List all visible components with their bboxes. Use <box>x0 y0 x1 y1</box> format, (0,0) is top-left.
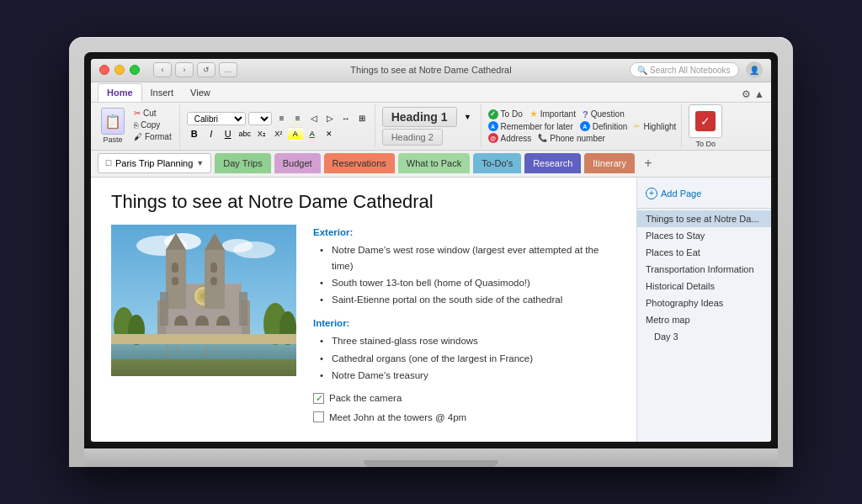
svg-rect-25 <box>239 292 247 326</box>
settings-icon[interactable]: ⚙ <box>742 88 751 100</box>
copy-button[interactable]: ⎘ Copy <box>131 119 174 130</box>
checkbox-checked-icon: ✓ <box>313 393 324 404</box>
todo-style-item[interactable]: ✓ To Do <box>488 109 523 119</box>
sidebar-page-historical[interactable]: Historical Details <box>637 278 771 294</box>
laptop-base <box>84 448 778 467</box>
svg-rect-24 <box>160 292 168 326</box>
underline-button[interactable]: U <box>221 127 236 141</box>
bold-button[interactable]: B <box>187 127 202 141</box>
headings-group: Heading 1 ▼ Heading 2 <box>377 104 482 148</box>
important-style-item[interactable]: ★ Important <box>529 109 576 119</box>
exterior-label: Exterior: <box>313 225 616 240</box>
checkbox-pack-camera[interactable]: ✓ Pack the camera <box>313 390 616 406</box>
phone-style-item[interactable]: 📞 Phone number <box>538 133 605 143</box>
sidebar-page-places-stay[interactable]: Places to Stay <box>637 227 771 244</box>
tab-home[interactable]: Home <box>98 83 142 102</box>
highlight-style-item[interactable]: ✏ Highlight <box>634 121 676 131</box>
italic-button[interactable]: I <box>204 127 219 141</box>
decrease-indent-button[interactable]: ◁ <box>306 112 322 125</box>
subscript-button[interactable]: X₂ <box>254 127 269 141</box>
phone-icon: 📞 <box>538 134 547 142</box>
tab-budget[interactable]: Budget <box>274 153 321 173</box>
close-button[interactable] <box>99 65 109 75</box>
font-color-button[interactable]: A <box>305 127 320 141</box>
list-numbers-button[interactable]: ≡ <box>290 112 306 125</box>
svg-rect-20 <box>172 263 178 273</box>
notebook-selector[interactable]: ☐ Paris Trip Planning ▼ <box>98 153 211 173</box>
collapse-ribbon-icon[interactable]: ▲ <box>754 88 764 100</box>
checkbox-meet-john[interactable]: Meet John at the towers @ 4pm <box>313 410 616 425</box>
clipboard-group: 📋 Paste ✂ Cut ⎘ Copy <box>96 104 180 148</box>
address-style-item[interactable]: @ Address <box>488 133 532 143</box>
more-button[interactable]: … <box>219 62 237 77</box>
increase-indent-button[interactable]: ▷ <box>322 112 338 125</box>
tab-view[interactable]: View <box>182 83 219 102</box>
screen-bezel: ‹ › ↺ … Things to see at Notre Dame Cath… <box>84 52 778 448</box>
notebook-bar: ☐ Paris Trip Planning ▼ Day Trips Budget… <box>91 151 771 178</box>
heading1-button[interactable]: Heading 1 <box>382 107 457 127</box>
svg-rect-21 <box>172 277 178 285</box>
user-icon-button[interactable]: 👤 <box>746 61 763 78</box>
address-dot: @ <box>488 133 498 143</box>
tab-day-trips[interactable]: Day Trips <box>215 153 270 173</box>
heading-expand-button[interactable]: ▼ <box>460 110 476 124</box>
add-page-button[interactable]: + Add Page <box>637 184 771 203</box>
traffic-lights <box>99 65 140 75</box>
notes-content: Exterior: Notre Dame's west rose window … <box>313 225 616 428</box>
todo-dot: ✓ <box>488 109 498 119</box>
definition-style-item[interactable]: A Definition <box>580 121 628 131</box>
sidebar-page-notre-dame[interactable]: Things to see at Notre Da... <box>637 210 771 227</box>
add-tab-button[interactable]: + <box>638 153 658 173</box>
right-sidebar: + Add Page Things to see at Notre Da... … <box>636 178 771 442</box>
heading2-button[interactable]: Heading 2 <box>382 129 443 146</box>
font-name-select[interactable]: Calibri <box>187 112 246 125</box>
sidebar-page-transportation[interactable]: Transportation Information <box>637 261 771 278</box>
content-area: Things to see at Notre Dame Cathedral <box>91 178 771 442</box>
title-bar-search: 🔍 Search All Notebooks 👤 <box>630 61 763 78</box>
search-box[interactable]: 🔍 Search All Notebooks <box>630 62 739 77</box>
remember-style-item[interactable]: A Remember for later <box>488 121 573 131</box>
notebook-checkbox-icon: ☐ <box>105 159 112 167</box>
todo-group: ✓ To Do <box>684 104 727 148</box>
format-button[interactable]: 🖌 Format <box>131 131 174 142</box>
rtl-button[interactable]: ↔ <box>338 112 354 125</box>
sidebar-page-metro[interactable]: Metro map <box>637 311 771 328</box>
list-item: South tower 13-ton bell (home of Quasimo… <box>320 274 616 291</box>
tab-reservations[interactable]: Reservations <box>324 153 395 173</box>
list-bullets-button[interactable]: ≡ <box>274 112 290 125</box>
clear-format-button[interactable]: ✕ <box>322 127 337 141</box>
minimize-button[interactable] <box>114 65 125 75</box>
list-item: Cathedral organs (one of the largest in … <box>320 350 616 367</box>
font-group: Calibri 11 ≡ ≡ ◁ <box>182 104 375 148</box>
important-star-icon: ★ <box>529 109 538 119</box>
interior-label: Interior: <box>313 316 616 331</box>
sidebar-page-photography[interactable]: Photography Ideas <box>637 294 771 311</box>
more-options-button[interactable]: ⊞ <box>354 112 370 125</box>
sidebar-page-places-eat[interactable]: Places to Eat <box>637 244 771 261</box>
highlight-color-button[interactable]: A <box>288 127 303 141</box>
tab-todos[interactable]: To-Do's <box>473 153 521 173</box>
todo-button[interactable]: ✓ To Do <box>689 104 722 148</box>
refresh-button[interactable]: ↺ <box>197 62 216 77</box>
svg-rect-6 <box>111 342 296 359</box>
cut-button[interactable]: ✂ Cut <box>131 108 174 119</box>
back-button[interactable]: ‹ <box>153 62 172 77</box>
forward-button[interactable]: › <box>175 62 194 77</box>
add-page-icon: + <box>646 188 657 199</box>
tab-insert[interactable]: Insert <box>142 83 183 102</box>
strikethrough-button[interactable]: abc <box>237 127 253 141</box>
maximize-button[interactable] <box>130 65 140 75</box>
question-style-item[interactable]: ? Question <box>583 109 625 119</box>
sidebar-page-day3[interactable]: Day 3 <box>637 328 771 345</box>
svg-rect-29 <box>205 344 207 357</box>
tab-itinerary[interactable]: Itinerary <box>584 153 635 173</box>
tab-what-to-pack[interactable]: What to Pack <box>398 153 470 173</box>
copy-icon: ⎘ <box>134 121 138 130</box>
svg-rect-22 <box>210 263 217 273</box>
paste-label: Paste <box>103 135 122 144</box>
font-size-select[interactable]: 11 <box>248 112 272 125</box>
paste-button[interactable]: 📋 Paste <box>101 108 125 144</box>
superscript-button[interactable]: X² <box>271 127 286 141</box>
tab-research[interactable]: Research <box>524 153 581 173</box>
checkbox-unchecked-icon <box>313 411 324 422</box>
